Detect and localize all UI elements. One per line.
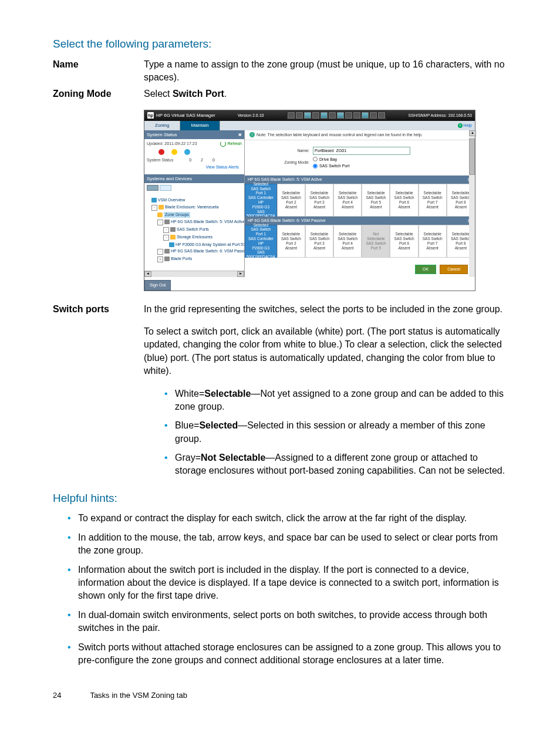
- switch5-header: HP 6G SAS Blade Switch: 5: VSM Active ▣: [245, 175, 475, 184]
- help-label: Help: [464, 123, 472, 129]
- radio-switch-port[interactable]: SAS Switch Port: [313, 163, 349, 169]
- switch-port[interactable]: SelectedSAS SwitchPort 1SAS ControllerHP…: [245, 184, 277, 217]
- vsm-titlebar: hp HP 6G Virtual SAS Manager Version 2.0…: [144, 110, 475, 121]
- switch-icon: [164, 220, 170, 224]
- scroll-right-icon[interactable]: ►: [237, 271, 244, 277]
- expand-icon[interactable]: +: [157, 256, 163, 262]
- tree-switch-5[interactable]: -HP 6G SAS Blade Switch: 5: VSM Active: [146, 218, 243, 226]
- refresh-icon: [220, 141, 226, 147]
- switch-port[interactable]: SelectableSAS SwitchPort 5Absent: [362, 184, 390, 217]
- view-toggle-1-icon[interactable]: [147, 185, 158, 191]
- vsm-version: Version 2.0.10: [238, 113, 264, 119]
- switch-icon: [164, 249, 170, 254]
- collapse-icon[interactable]: -: [163, 227, 169, 233]
- vsm-screenshot: hp HP 6G Virtual SAS Manager Version 2.0…: [144, 110, 475, 291]
- warning-icon: [171, 149, 177, 155]
- hints-title: Helpful hints:: [53, 491, 507, 507]
- refresh-link[interactable]: Refresh: [220, 141, 242, 147]
- legend-blue: Blue=Selected—Selected in this session o…: [164, 419, 507, 445]
- switch-port[interactable]: SelectableSAS SwitchPort 7Absent: [419, 184, 447, 217]
- switch-ports-p1: In the grid representing the switches, s…: [144, 303, 507, 316]
- page-footer: 24 Tasks in the VSM Zoning tab: [53, 690, 507, 701]
- vsm-address: SSH/SNMP Address: 192.168.0.53: [409, 113, 472, 119]
- legend-white: White=Selectable—Not yet assigned to a z…: [164, 387, 507, 414]
- zoning-prefix: Select: [144, 89, 173, 99]
- error-icon: [158, 149, 164, 155]
- collapse-icon[interactable]: ▣: [238, 132, 242, 137]
- tab-zoning[interactable]: Zoning: [144, 121, 180, 130]
- param-name-value: Type a name to assign to the zone group …: [144, 58, 507, 85]
- tree-blade-enclosure[interactable]: -Blade Enclosure: Vanenzuela: [146, 204, 243, 211]
- switch-port[interactable]: SelectableSAS SwitchPort 4Absent: [333, 184, 362, 217]
- collapse-icon[interactable]: -: [163, 235, 169, 241]
- param-name-row: Name Type a name to assign to the zone g…: [53, 58, 507, 85]
- view-status-alerts-link[interactable]: View Status Alerts: [147, 164, 239, 170]
- switch-port[interactable]: SelectableSAS SwitchPort 2Absent: [277, 225, 305, 258]
- zoning-suffix: .: [224, 89, 227, 99]
- tree-vsm-overview[interactable]: VSM Overview: [146, 197, 243, 204]
- switch6-port-grid: SelectedSAS SwitchPort 1SAS ControllerHP…: [245, 225, 475, 258]
- view-toggle-2-icon[interactable]: [160, 185, 171, 191]
- section-title: Select the following parameters:: [53, 36, 507, 52]
- radio-drive-bay[interactable]: Drive Bay: [313, 157, 349, 163]
- tree-h-scrollbar[interactable]: ◄►: [144, 271, 244, 277]
- zoning-bold: Switch Port: [173, 89, 224, 99]
- zone-group-name-input[interactable]: [313, 147, 410, 155]
- form-name-label: Name:: [245, 148, 313, 154]
- switch-ports-p2: To select a switch port, click an availa…: [144, 325, 507, 378]
- overview-icon: [151, 198, 157, 202]
- count-warn: 2: [201, 157, 203, 163]
- tab-maintain[interactable]: Maintain: [180, 121, 220, 130]
- ports-icon: [164, 256, 170, 261]
- collapse-icon[interactable]: -: [157, 220, 163, 225]
- help-link[interactable]: ?Help: [455, 121, 475, 130]
- hint-item: Information about the switch port is inc…: [68, 563, 507, 603]
- switch-port[interactable]: SelectableSAS SwitchPort 4Absent: [333, 225, 362, 258]
- hp-logo-icon: hp: [147, 112, 154, 119]
- param-zoning-row: Zoning Mode Select Switch Port.: [53, 87, 507, 100]
- vsm-title: HP 6G Virtual SAS Manager: [156, 112, 215, 119]
- systems-devices-header: Systems and Devices: [144, 174, 244, 183]
- collapse-icon[interactable]: -: [151, 205, 157, 211]
- switch-port[interactable]: SelectableSAS SwitchPort 2Absent: [277, 184, 305, 217]
- enclosure-icon: [158, 205, 164, 210]
- switch-port[interactable]: SelectableSAS SwitchPort 3Absent: [305, 184, 333, 217]
- param-name-label: Name: [53, 58, 144, 85]
- right-pane-scrollbar[interactable]: ▲: [469, 130, 475, 277]
- array-icon: [169, 242, 174, 247]
- left-pane: System Status ▣ Updated: 2011-09-22 17:2…: [144, 130, 245, 277]
- count-error: 0: [189, 157, 191, 163]
- form-zoning-label: Zoning Mode:: [245, 160, 313, 166]
- radio-switch-port-input[interactable]: [313, 164, 318, 168]
- system-status-label: System Status: [147, 131, 177, 138]
- count-info: 0: [212, 157, 215, 163]
- collapse-icon[interactable]: -: [157, 249, 163, 255]
- scroll-left-icon[interactable]: ◄: [144, 271, 151, 277]
- tree-sas-ports[interactable]: -SAS Switch Ports: [146, 226, 243, 234]
- chassis-icon-strip: [286, 112, 386, 120]
- switch-port: NotSelectableSAS SwitchPort 5: [362, 225, 390, 258]
- cancel-button[interactable]: Cancel: [440, 265, 468, 274]
- switch6-header: HP 6G SAS Blade Switch: 6: VSM Passive ▣: [245, 217, 475, 225]
- param-zoning-label: Zoning Mode: [53, 87, 144, 100]
- info-icon: [184, 149, 190, 155]
- footer-title: Tasks in the VSM Zoning tab: [90, 691, 187, 700]
- ok-button[interactable]: OK: [415, 265, 436, 274]
- tree-zone-groups[interactable]: Zone Groups: [146, 211, 243, 218]
- right-pane: i Note: The selection table keyboard and…: [245, 130, 475, 277]
- switch-port[interactable]: SelectableSAS SwitchPort 6Absent: [390, 225, 418, 258]
- radio-drive-bay-input[interactable]: [313, 157, 318, 161]
- switch-port[interactable]: SelectedSAS SwitchPort 1SAS ControllerHP…: [245, 225, 277, 258]
- switch-port[interactable]: SelectableSAS SwitchPort 6Absent: [390, 184, 418, 217]
- switch-port[interactable]: SelectableSAS SwitchPort 3Absent: [305, 225, 333, 258]
- sign-out-button[interactable]: Sign Out: [144, 280, 171, 291]
- page-number: 24: [53, 690, 88, 701]
- tree-switch-6[interactable]: -HP 6G SAS Blade Switch: 6: VSM Passive: [146, 248, 243, 255]
- switch-port[interactable]: SelectableSAS SwitchPort 7Absent: [419, 225, 447, 258]
- info-icon: i: [249, 132, 255, 137]
- tree-p2000[interactable]: HP P2000 G3 Array System at Port:51: [146, 241, 243, 248]
- vsm-tabs: Zoning Maintain ?Help: [144, 121, 475, 130]
- tree-blade-ports[interactable]: +Blade Ports: [146, 255, 243, 263]
- tree-storage-enclosures[interactable]: -Storage Enclosures: [146, 234, 243, 241]
- scroll-up-icon[interactable]: ▲: [469, 130, 476, 136]
